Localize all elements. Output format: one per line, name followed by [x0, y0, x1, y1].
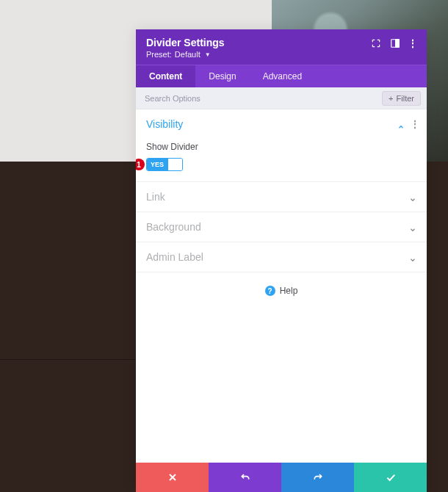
expand-icon[interactable] — [371, 38, 381, 48]
search-input[interactable] — [145, 94, 382, 103]
chevron-down-icon — [409, 253, 416, 261]
tab-content[interactable]: Content — [136, 65, 195, 87]
show-divider-label: Show Divider — [146, 142, 416, 152]
snap-right-icon[interactable] — [390, 38, 400, 48]
modal-title: Divider Settings — [146, 37, 225, 48]
caret-down-icon: ▼ — [205, 51, 211, 58]
preset-prefix: Preset: — [146, 50, 172, 59]
close-icon — [167, 471, 178, 483]
section-visibility-header[interactable]: Visibility ⋮ — [136, 109, 427, 139]
section-visibility: Visibility ⋮ Show Divider 1 YES — [136, 109, 427, 182]
chevron-down-icon — [409, 223, 416, 231]
section-link-title: Link — [146, 191, 165, 203]
modal-body: Visibility ⋮ Show Divider 1 YES — [136, 109, 427, 463]
section-admin-label-title: Admin Label — [146, 251, 203, 263]
cancel-button[interactable] — [136, 463, 209, 492]
preset-selector[interactable]: Preset: Default ▼ — [146, 50, 225, 59]
tabs: Content Design Advanced — [136, 65, 427, 87]
section-background-title: Background — [146, 221, 201, 233]
section-visibility-content: Show Divider 1 YES — [136, 142, 427, 181]
filter-button[interactable]: + Filter — [382, 91, 421, 106]
undo-icon — [239, 471, 251, 483]
filter-label: Filter — [397, 94, 414, 103]
section-admin-label-header[interactable]: Admin Label — [136, 242, 427, 272]
header-actions: ⋮ — [371, 38, 416, 48]
page-background: Divider Settings Preset: Default ▼ ⋮ Con… — [0, 0, 448, 492]
section-link: Link — [136, 182, 427, 212]
toggle-knob — [167, 159, 182, 170]
section-admin-label: Admin Label — [136, 242, 427, 272]
annotation-badge-1: 1 — [136, 159, 145, 170]
redo-icon — [312, 471, 324, 483]
header-titles: Divider Settings Preset: Default ▼ — [146, 37, 225, 59]
section-more-icon[interactable]: ⋮ — [411, 123, 416, 126]
divider-settings-modal: Divider Settings Preset: Default ▼ ⋮ Con… — [136, 29, 427, 492]
more-icon[interactable]: ⋮ — [409, 38, 416, 48]
chevron-down-icon — [409, 193, 416, 200]
section-visibility-title: Visibility — [146, 118, 183, 130]
chevron-up-icon — [397, 120, 405, 128]
help-label: Help — [280, 286, 298, 296]
bg-divider-line — [0, 359, 136, 360]
modal-header: Divider Settings Preset: Default ▼ ⋮ — [136, 29, 427, 65]
search-bar: + Filter — [136, 87, 427, 109]
help-link[interactable]: ? Help — [136, 272, 427, 309]
section-link-header[interactable]: Link — [136, 182, 427, 211]
section-visibility-controls: ⋮ — [397, 120, 416, 128]
tab-advanced[interactable]: Advanced — [250, 65, 315, 87]
plus-icon: + — [389, 94, 393, 103]
section-background: Background — [136, 212, 427, 242]
tab-design[interactable]: Design — [195, 65, 249, 87]
save-button[interactable] — [354, 463, 427, 492]
section-background-header[interactable]: Background — [136, 212, 427, 242]
undo-button[interactable] — [209, 463, 281, 492]
show-divider-row: 1 YES — [146, 158, 416, 171]
check-icon — [385, 471, 397, 483]
preset-value: Default — [175, 50, 200, 59]
show-divider-toggle[interactable]: YES — [146, 158, 183, 171]
modal-footer — [136, 463, 427, 492]
help-icon: ? — [265, 286, 275, 296]
svg-rect-1 — [396, 40, 400, 48]
redo-button[interactable] — [281, 463, 354, 492]
toggle-label: YES — [147, 159, 167, 170]
